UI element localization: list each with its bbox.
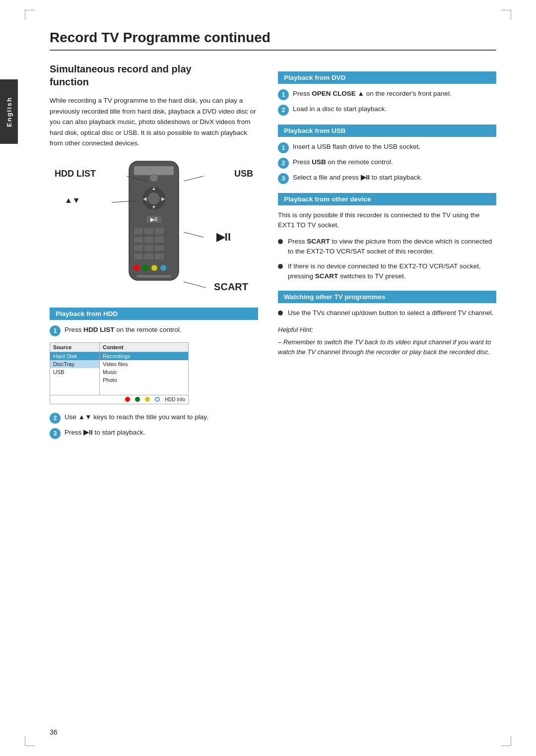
playback-other-panel: Playback from other device	[278, 193, 496, 205]
hdd-step-2: 2 Use ▲▼ keys to reach the title you wan…	[50, 412, 258, 424]
label-arrows: ▲▼	[65, 196, 80, 205]
svg-text:▲: ▲	[151, 186, 156, 191]
svg-rect-22	[155, 253, 164, 259]
svg-rect-11	[134, 228, 143, 234]
usb-step-num-2: 2	[278, 158, 289, 169]
hdd-table: Source Content Hard Disk DiscTray USB R	[50, 342, 189, 404]
hdd-table-header: Source Content	[50, 343, 188, 352]
dvd-step-2-text: Load in a disc to start playback.	[293, 104, 496, 114]
corner-br	[501, 736, 511, 746]
hint-text: – Remember to switch the TV back to its …	[278, 337, 496, 358]
left-column: Simultaneous record and play function Wh…	[50, 63, 258, 443]
bullet-circle-3	[278, 311, 283, 315]
helpful-hint: Helpful Hint: – Remember to switch the T…	[278, 325, 496, 358]
remote-diagram: HDD LIST USB ▲▼ ▶II SCART	[50, 159, 258, 298]
section-heading: Simultaneous record and play function	[50, 63, 258, 88]
hdd-col-content-header: Content	[100, 343, 188, 352]
svg-rect-27	[136, 275, 171, 277]
step-num-1: 1	[50, 325, 61, 336]
side-tab: English	[0, 79, 18, 144]
other-bullet-2-text: If there is no device connected to the E…	[288, 261, 496, 282]
label-hdd-list: HDD LIST	[55, 169, 96, 179]
intro-text: While recording a TV programme to the ha…	[50, 95, 258, 149]
svg-rect-13	[155, 228, 164, 234]
usb-step-num-3: 3	[278, 173, 289, 184]
label-usb: USB	[234, 169, 253, 179]
dvd-step-1: 1 Press OPEN CLOSE ▲ on the recorder's f…	[278, 89, 496, 100]
corner-tr	[501, 10, 511, 20]
other-bullet-2: If there is no device connected to the E…	[278, 261, 496, 282]
hdd-source-empty4	[50, 382, 99, 389]
playback-other-intro: This is only possible if this recorder i…	[278, 210, 496, 231]
page-title: Record TV Programme continued	[50, 30, 496, 51]
dvd-step-num-1: 1	[278, 89, 289, 100]
playback-dvd-panel: Playback from DVD	[278, 71, 496, 84]
bullet-circle-2	[278, 264, 283, 269]
svg-text:▶: ▶	[161, 196, 165, 201]
hdd-col-source-header: Source	[50, 343, 100, 352]
svg-rect-21	[144, 253, 153, 259]
svg-rect-12	[144, 228, 153, 234]
dot-blue	[155, 397, 160, 402]
svg-text:▶II: ▶II	[150, 216, 157, 222]
bullet-circle-1	[278, 239, 283, 244]
dvd-step-num-2: 2	[278, 105, 289, 116]
hdd-content-photo: Photo	[100, 376, 188, 384]
hint-title: Helpful Hint:	[278, 325, 496, 335]
usb-step-2-text: Press USB on the remote control.	[293, 157, 496, 167]
hdd-source-usb: USB	[50, 368, 99, 376]
label-play: ▶II	[216, 231, 231, 244]
hdd-step-3-text: Press ▶II to start playback.	[65, 428, 258, 438]
svg-rect-18	[144, 245, 153, 251]
hdd-info-label: HDD Info	[165, 397, 185, 402]
hdd-table-footer: HDD Info	[50, 395, 188, 404]
svg-point-23	[134, 265, 139, 271]
hdd-sources: Hard Disk DiscTray USB	[50, 352, 100, 395]
other-bullet-1-text: Press SCART to view the picture from the…	[288, 237, 496, 257]
step-num-3: 3	[50, 428, 61, 439]
step-num-2: 2	[50, 413, 61, 424]
svg-rect-20	[134, 253, 143, 259]
playback-hdd-panel: Playback from HDD	[50, 308, 258, 320]
dvd-step-2: 2 Load in a disc to start playback.	[278, 104, 496, 116]
svg-rect-19	[155, 245, 164, 251]
corner-bl	[25, 736, 35, 746]
svg-text:◀: ◀	[143, 196, 147, 201]
hdd-source-disctray: DiscTray	[50, 360, 99, 368]
svg-point-26	[160, 265, 166, 271]
svg-rect-17	[134, 245, 143, 251]
hdd-table-body: Hard Disk DiscTray USB Recordings Video …	[50, 352, 188, 395]
watching-bullet-1-text: Use the TVs channel up/down button to se…	[288, 308, 493, 318]
corner-tl	[25, 10, 35, 20]
two-col-layout: Simultaneous record and play function Wh…	[50, 63, 496, 443]
usb-step-2: 2 Press USB on the remote control.	[278, 157, 496, 169]
hdd-content-recordings: Recordings	[100, 352, 188, 360]
svg-point-2	[150, 174, 158, 182]
hdd-content-empty3	[100, 388, 188, 395]
svg-point-25	[151, 265, 157, 271]
playback-usb-panel: Playback from USB	[278, 125, 496, 137]
dvd-step-1-text: Press OPEN CLOSE ▲ on the recorder's fro…	[293, 89, 496, 99]
dot-yellow	[145, 397, 150, 402]
usb-step-1: 1 Insert a USB flash drive to the USB so…	[278, 142, 496, 153]
svg-rect-14	[134, 237, 143, 243]
usb-step-3-text: Select a file and press ▶II to start pla…	[293, 173, 496, 183]
right-column: Playback from DVD 1 Press OPEN CLOSE ▲ o…	[278, 63, 496, 443]
dot-red	[125, 397, 130, 402]
remote-svg: ▲ ▼ ◀ ▶ ▶II	[119, 159, 189, 289]
hdd-contents: Recordings Video files Music Photo	[100, 352, 188, 395]
svg-rect-16	[155, 237, 164, 243]
hdd-source-harddisk: Hard Disk	[50, 352, 99, 360]
svg-point-4	[148, 192, 160, 204]
hdd-step-1: 1 Press HDD LIST on the remote control.	[50, 325, 258, 336]
hdd-content-videofiles: Video files	[100, 360, 188, 368]
page-number: 36	[50, 728, 58, 736]
page-container: English Record TV Programme continued Si…	[0, 0, 536, 756]
svg-rect-15	[144, 237, 153, 243]
hdd-step-3: 3 Press ▶II to start playback.	[50, 428, 258, 439]
svg-text:▼: ▼	[151, 204, 156, 210]
watching-other-panel: Watching other TV programmes	[278, 291, 496, 303]
usb-step-1-text: Insert a USB flash drive to the USB sock…	[293, 142, 496, 152]
other-bullet-1: Press SCART to view the picture from the…	[278, 237, 496, 257]
hdd-content-music: Music	[100, 368, 188, 376]
